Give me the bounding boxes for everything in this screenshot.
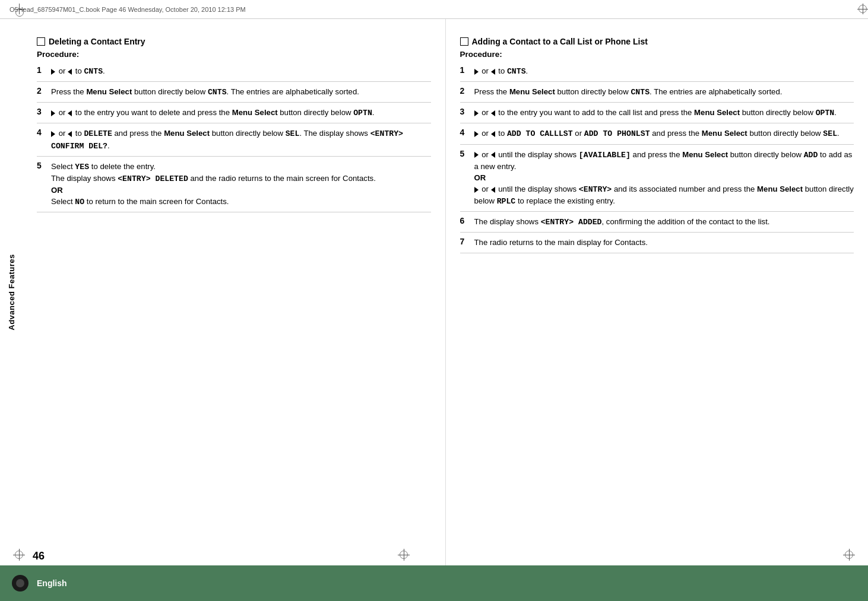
left-steps-list: 1 or to CNTS. 2 Press the Menu Select bu… — [37, 61, 431, 212]
right-step-3: 3 or to the entry you want to add to the… — [460, 103, 854, 123]
arrow-left-icon — [491, 131, 495, 137]
step-number: 1 — [460, 65, 470, 75]
step-number: 3 — [37, 107, 46, 116]
arrow-right-icon — [474, 69, 479, 75]
arrow-right-icon — [474, 110, 479, 116]
section-icon-left — [37, 37, 45, 46]
main-content: Deleting a Contact Entry Procedure: 1 or… — [23, 19, 868, 565]
arrow-right-icon — [474, 152, 479, 158]
arrow-left-icon — [68, 110, 72, 116]
right-title-text: Adding a Contact to a Call List or Phone… — [472, 37, 648, 46]
left-step-4: 4 or to DELETE and press the Menu Select… — [37, 123, 431, 156]
step-content: or to ADD TO CALLLST or ADD TO PHONLST a… — [474, 128, 840, 139]
left-step-2: 2 Press the Menu Select button directly … — [37, 82, 431, 103]
side-tab-label: Advanced Features — [7, 254, 16, 330]
arrow-right-icon — [51, 69, 55, 75]
step-content: The display shows <ENTRY> ADDED, confirm… — [474, 216, 770, 228]
step-content: or until the display shows [AVAILABLE] a… — [474, 149, 854, 208]
step-content: Select YES to delete the entry. The disp… — [51, 161, 376, 208]
step-number: 7 — [460, 237, 470, 246]
crosshair-bottom-left-outer — [13, 549, 25, 561]
step-content: or to CNTS. — [51, 65, 105, 77]
step-content: The radio returns to the main display fo… — [474, 237, 648, 248]
step-number: 6 — [460, 216, 470, 225]
right-step-4: 4 or to ADD TO CALLLST or ADD TO PHONLST… — [460, 123, 854, 144]
arrow-left-icon — [68, 69, 72, 75]
left-step-3: 3 or to the entry you want to delete and… — [37, 103, 431, 123]
left-title-text: Deleting a Contact Entry — [49, 37, 145, 46]
step-content: or to CNTS. — [474, 65, 528, 77]
step-content: or to DELETE and press the Menu Select b… — [51, 128, 431, 151]
arrow-right-icon — [474, 131, 479, 137]
right-step-7: 7 The radio returns to the main display … — [460, 233, 854, 253]
left-step-5: 5 Select YES to delete the entry. The di… — [37, 157, 431, 213]
arrow-left-icon — [491, 187, 495, 193]
step-number: 4 — [37, 128, 46, 137]
right-step-6: 6 The display shows <ENTRY> ADDED, confi… — [460, 212, 854, 233]
page-number: 46 — [33, 550, 45, 562]
side-tab: Advanced Features — [0, 19, 23, 565]
section-icon-right — [460, 37, 468, 46]
top-bar-text: O5Head_6875947M01_C.book Page 46 Wednesd… — [9, 6, 246, 13]
left-section-title: Deleting a Contact Entry — [37, 37, 431, 46]
step-content: or to the entry you want to add to the c… — [474, 107, 837, 119]
bottom-bar: English — [0, 565, 868, 601]
step-number: 2 — [37, 86, 46, 96]
left-column: Deleting a Contact Entry Procedure: 1 or… — [23, 19, 446, 565]
step-content: or to the entry you want to delete and p… — [51, 107, 375, 119]
right-step-2: 2 Press the Menu Select button directly … — [460, 82, 854, 103]
arrow-left-icon — [68, 131, 72, 137]
step-number: 5 — [37, 161, 46, 170]
step-number: 2 — [460, 86, 470, 96]
crosshair-bottom-center — [398, 549, 410, 561]
right-column: Adding a Contact to a Call List or Phone… — [446, 19, 869, 565]
step-number: 4 — [460, 128, 470, 137]
arrow-left-icon — [491, 69, 495, 75]
arrow-right-icon — [51, 131, 55, 137]
arrow-left-icon — [491, 152, 495, 158]
right-step-5: 5 or until the display shows [AVAILABLE]… — [460, 145, 854, 212]
crosshair-top-left — [11, 4, 19, 12]
left-step-1: 1 or to CNTS. — [37, 61, 431, 82]
arrow-left-icon — [491, 110, 495, 116]
right-procedure-label: Procedure: — [460, 50, 854, 59]
crosshair-bottom-right — [843, 549, 855, 561]
right-steps-list: 1 or to CNTS. 2 Press the Menu Select bu… — [460, 61, 854, 253]
bottom-circle-icon — [12, 575, 28, 592]
arrow-right-icon — [51, 110, 55, 116]
top-bar: O5Head_6875947M01_C.book Page 46 Wednesd… — [0, 0, 868, 19]
right-step-1: 1 or to CNTS. — [460, 61, 854, 82]
step-content: Press the Menu Select button directly be… — [474, 86, 783, 98]
arrow-right-icon — [474, 187, 479, 193]
step-content: Press the Menu Select button directly be… — [51, 86, 359, 98]
right-section-title: Adding a Contact to a Call List or Phone… — [460, 37, 854, 46]
step-number: 1 — [37, 65, 46, 75]
step-number: 3 — [460, 107, 470, 116]
step-number: 5 — [460, 149, 470, 158]
bottom-bar-label: English — [37, 578, 67, 588]
left-procedure-label: Procedure: — [37, 50, 431, 59]
